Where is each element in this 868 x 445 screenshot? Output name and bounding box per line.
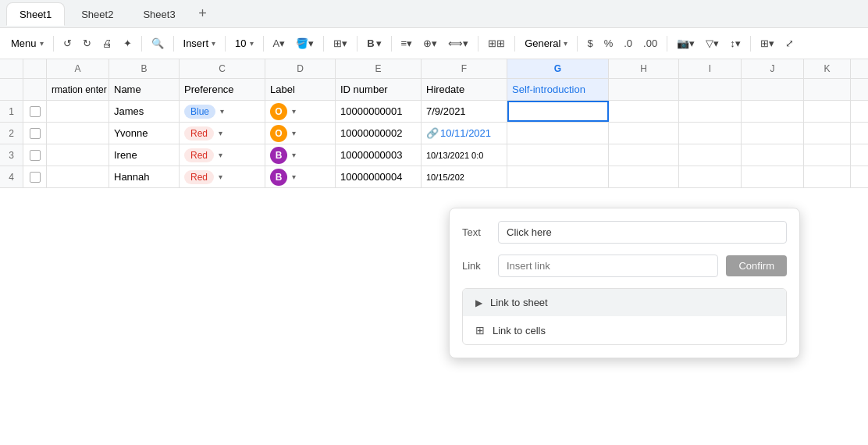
row3-preference[interactable]: Red ▾ (180, 144, 265, 166)
row2-col-a[interactable] (47, 123, 109, 144)
row3-checkbox-cell[interactable] (23, 144, 47, 166)
screenshot-button[interactable]: 📷▾ (672, 34, 699, 52)
row3-checkbox[interactable] (30, 150, 41, 161)
add-sheet-button[interactable]: + (192, 3, 214, 25)
row2-label[interactable]: O ▾ (265, 123, 336, 144)
row1-preference-arrow[interactable]: ▾ (220, 107, 224, 116)
link-to-sheet-item[interactable]: ▶ Link to sheet (463, 289, 786, 316)
row3-label[interactable]: B ▾ (265, 144, 336, 166)
row2-preference-arrow[interactable]: ▾ (219, 129, 222, 137)
merge-button[interactable]: ⊞⊞ (483, 34, 510, 52)
row4-label-arrow[interactable]: ▾ (292, 173, 296, 181)
row4-checkbox[interactable] (30, 172, 41, 183)
row2-hiredate[interactable]: 🔗 10/11/2021 (422, 123, 507, 144)
font-size-dropdown[interactable]: 10 ▾ (230, 34, 258, 52)
row1-label-badge: O (270, 103, 287, 120)
row2-preference[interactable]: Red ▾ (180, 123, 265, 144)
row3-col-k[interactable] (804, 144, 851, 166)
col-header-g[interactable]: G (507, 59, 609, 78)
row4-col-k[interactable] (804, 166, 851, 187)
row1-label[interactable]: O ▾ (265, 101, 336, 122)
decimal-dec-button[interactable]: .00 (639, 34, 662, 52)
col-header-e[interactable]: E (336, 59, 422, 78)
col-header-f[interactable]: F (422, 59, 507, 78)
valign-button[interactable]: ⊕▾ (418, 34, 442, 52)
row4-col-j[interactable] (742, 166, 804, 187)
percent-button[interactable]: % (599, 34, 618, 52)
bold-button[interactable]: B▾ (362, 34, 386, 52)
borders-button[interactable]: ⊞▾ (329, 34, 352, 52)
col-header-a[interactable]: A (47, 59, 109, 78)
row1-label-arrow[interactable]: ▾ (292, 107, 296, 116)
col-header-d[interactable]: D (265, 59, 336, 78)
row3-col-j[interactable] (742, 144, 804, 166)
popup-text-input[interactable] (498, 221, 787, 244)
row3-col-i[interactable] (679, 144, 742, 166)
tab-sheet3[interactable]: Sheet3 (130, 2, 188, 26)
col-header-c[interactable]: C (180, 59, 265, 78)
popup-confirm-button[interactable]: Confirm (726, 255, 787, 276)
row3-col-a[interactable] (47, 144, 109, 166)
row3-id: 10000000003 (336, 144, 422, 166)
row4-col-h[interactable] (609, 166, 679, 187)
row1-preference[interactable]: Blue ▾ (180, 101, 265, 122)
row2-checkbox-cell[interactable] (23, 123, 47, 144)
row3-label-arrow[interactable]: ▾ (292, 151, 296, 159)
row4-col-a[interactable] (47, 166, 109, 187)
menu-button[interactable]: Menu ▾ (6, 34, 48, 52)
decimal-inc-button[interactable]: .0 (619, 34, 637, 52)
row4-checkbox-cell[interactable] (23, 166, 47, 187)
row1-col-h[interactable] (609, 101, 679, 122)
row1-self-intro[interactable] (507, 101, 609, 122)
insert-dropdown[interactable]: Insert ▾ (179, 34, 221, 52)
row1-col-i[interactable] (679, 101, 742, 122)
link-to-cells-item[interactable]: ⊞ Link to cells (463, 316, 786, 344)
expand-button[interactable]: ⤢ (781, 34, 799, 52)
row3-col-h[interactable] (609, 144, 679, 166)
row1-col-k[interactable] (804, 101, 851, 122)
tab-sheet2[interactable]: Sheet2 (68, 2, 126, 26)
sort-button[interactable]: ↕▾ (725, 34, 745, 52)
zoom-dropdown[interactable]: 🔍 (147, 34, 169, 52)
row2-col-j[interactable] (742, 123, 804, 144)
row2-col-h[interactable] (609, 123, 679, 144)
row3-self-intro[interactable] (507, 144, 609, 166)
format-dropdown[interactable]: General ▾ (520, 34, 572, 52)
row3-preference-arrow[interactable]: ▾ (219, 151, 222, 159)
row4-label[interactable]: B ▾ (265, 166, 336, 187)
row2-col-i[interactable] (679, 123, 742, 144)
row4-preference[interactable]: Red ▾ (180, 166, 265, 187)
col-header-j[interactable]: J (742, 59, 804, 78)
row4-self-intro[interactable] (507, 166, 609, 187)
print-button[interactable]: 🖨 (98, 34, 117, 52)
col-header-b[interactable]: B (109, 59, 180, 78)
row1-col-a[interactable] (47, 101, 109, 122)
font-color-button[interactable]: A▾ (269, 34, 290, 52)
currency-button[interactable]: $ (582, 34, 597, 52)
row4-col-i[interactable] (679, 166, 742, 187)
row1-checkbox[interactable] (30, 106, 41, 117)
format-arrow-icon: ▾ (564, 39, 567, 48)
popup-link-row: Link Confirm (462, 255, 787, 277)
more-button[interactable]: ⊞▾ (756, 34, 779, 52)
row1-checkbox-cell[interactable] (23, 101, 47, 122)
row2-checkbox[interactable] (30, 128, 41, 139)
row1-col-j[interactable] (742, 101, 804, 122)
redo-button[interactable]: ↻ (78, 34, 96, 52)
row2-self-intro[interactable] (507, 123, 609, 144)
row2-col-k[interactable] (804, 123, 851, 144)
popup-link-input[interactable] (498, 255, 718, 277)
tab-sheet1[interactable]: Sheet1 (6, 2, 65, 26)
align-button[interactable]: ≡▾ (397, 34, 418, 52)
row4-preference-arrow[interactable]: ▾ (219, 173, 222, 181)
col-header-h[interactable]: H (609, 59, 679, 78)
fill-color-button[interactable]: 🪣▾ (291, 34, 318, 52)
row4-name: Hannah (109, 166, 180, 187)
clear-format-button[interactable]: ✦ (119, 34, 137, 52)
wrap-button[interactable]: ⟺▾ (443, 34, 473, 52)
row2-label-arrow[interactable]: ▾ (292, 129, 296, 137)
col-header-k[interactable]: K (804, 59, 851, 78)
col-header-i[interactable]: I (679, 59, 742, 78)
filter-button[interactable]: ▽▾ (701, 34, 724, 52)
undo-button[interactable]: ↺ (59, 34, 76, 52)
